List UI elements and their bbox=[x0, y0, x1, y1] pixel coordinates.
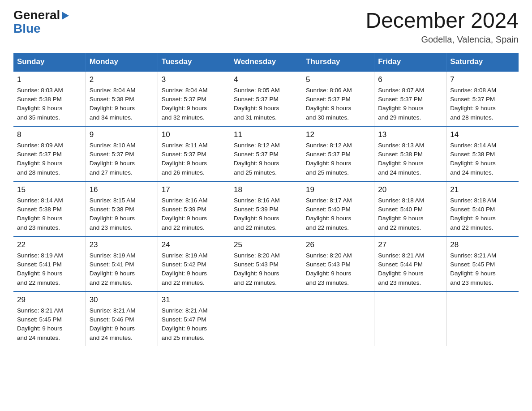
day-number: 17 bbox=[162, 185, 226, 194]
day-cell-9: 9Sunrise: 8:10 AMSunset: 5:37 PMDaylight… bbox=[86, 126, 158, 181]
day-cell-13: 13Sunrise: 8:13 AMSunset: 5:38 PMDayligh… bbox=[374, 126, 446, 181]
day-cell-30: 30Sunrise: 8:21 AMSunset: 5:46 PMDayligh… bbox=[86, 291, 158, 346]
day-cell-12: 12Sunrise: 8:12 AMSunset: 5:37 PMDayligh… bbox=[302, 126, 374, 181]
day-cell-23: 23Sunrise: 8:19 AMSunset: 5:41 PMDayligh… bbox=[86, 236, 158, 291]
day-cell-4: 4Sunrise: 8:05 AMSunset: 5:37 PMDaylight… bbox=[230, 71, 302, 126]
day-number: 5 bbox=[306, 75, 370, 84]
header-sunday: Sunday bbox=[13, 53, 86, 71]
day-cell-31: 31Sunrise: 8:21 AMSunset: 5:47 PMDayligh… bbox=[158, 291, 230, 346]
day-info: Sunrise: 8:12 AMSunset: 5:37 PMDaylight:… bbox=[306, 141, 370, 177]
header-thursday: Thursday bbox=[302, 53, 374, 71]
title-block: December 2024 Godella, Valencia, Spain bbox=[365, 9, 519, 45]
day-cell-21: 21Sunrise: 8:18 AMSunset: 5:40 PMDayligh… bbox=[446, 181, 519, 236]
header-row: SundayMondayTuesdayWednesdayThursdayFrid… bbox=[13, 53, 519, 71]
day-cell-24: 24Sunrise: 8:19 AMSunset: 5:42 PMDayligh… bbox=[158, 236, 230, 291]
day-info: Sunrise: 8:08 AMSunset: 5:37 PMDaylight:… bbox=[450, 86, 515, 122]
day-number: 27 bbox=[378, 240, 442, 249]
empty-cell bbox=[374, 291, 446, 346]
day-cell-22: 22Sunrise: 8:19 AMSunset: 5:41 PMDayligh… bbox=[13, 236, 86, 291]
week-row-5: 29Sunrise: 8:21 AMSunset: 5:45 PMDayligh… bbox=[13, 291, 519, 346]
day-info: Sunrise: 8:04 AMSunset: 5:37 PMDaylight:… bbox=[162, 86, 226, 122]
logo: General Blue bbox=[13, 9, 70, 36]
day-info: Sunrise: 8:04 AMSunset: 5:38 PMDaylight:… bbox=[90, 86, 154, 122]
day-cell-1: 1Sunrise: 8:03 AMSunset: 5:38 PMDaylight… bbox=[13, 71, 86, 126]
day-cell-19: 19Sunrise: 8:17 AMSunset: 5:40 PMDayligh… bbox=[302, 181, 374, 236]
header-monday: Monday bbox=[86, 53, 158, 71]
day-number: 2 bbox=[90, 75, 154, 84]
week-row-3: 15Sunrise: 8:14 AMSunset: 5:38 PMDayligh… bbox=[13, 181, 519, 236]
day-info: Sunrise: 8:21 AMSunset: 5:44 PMDaylight:… bbox=[378, 251, 442, 287]
day-cell-26: 26Sunrise: 8:20 AMSunset: 5:43 PMDayligh… bbox=[302, 236, 374, 291]
day-cell-6: 6Sunrise: 8:07 AMSunset: 5:37 PMDaylight… bbox=[374, 71, 446, 126]
empty-cell bbox=[446, 291, 519, 346]
day-number: 18 bbox=[234, 185, 298, 194]
day-number: 19 bbox=[306, 185, 370, 194]
day-info: Sunrise: 8:19 AMSunset: 5:41 PMDaylight:… bbox=[17, 251, 82, 287]
day-cell-29: 29Sunrise: 8:21 AMSunset: 5:45 PMDayligh… bbox=[13, 291, 86, 346]
day-number: 7 bbox=[450, 75, 515, 84]
day-info: Sunrise: 8:16 AMSunset: 5:39 PMDaylight:… bbox=[162, 196, 226, 232]
day-number: 20 bbox=[378, 185, 442, 194]
day-number: 25 bbox=[234, 240, 298, 249]
day-info: Sunrise: 8:14 AMSunset: 5:38 PMDaylight:… bbox=[450, 141, 515, 177]
day-cell-14: 14Sunrise: 8:14 AMSunset: 5:38 PMDayligh… bbox=[446, 126, 519, 181]
day-number: 14 bbox=[450, 130, 515, 139]
day-info: Sunrise: 8:21 AMSunset: 5:45 PMDaylight:… bbox=[450, 251, 515, 287]
empty-cell bbox=[302, 291, 374, 346]
header-wednesday: Wednesday bbox=[230, 53, 302, 71]
day-info: Sunrise: 8:07 AMSunset: 5:37 PMDaylight:… bbox=[378, 86, 442, 122]
day-number: 15 bbox=[17, 185, 82, 194]
day-number: 28 bbox=[450, 240, 515, 249]
day-number: 11 bbox=[234, 130, 298, 139]
day-cell-8: 8Sunrise: 8:09 AMSunset: 5:37 PMDaylight… bbox=[13, 126, 86, 181]
day-info: Sunrise: 8:16 AMSunset: 5:39 PMDaylight:… bbox=[234, 196, 298, 232]
day-number: 10 bbox=[162, 130, 226, 139]
empty-cell bbox=[230, 291, 302, 346]
day-info: Sunrise: 8:19 AMSunset: 5:41 PMDaylight:… bbox=[90, 251, 154, 287]
day-cell-16: 16Sunrise: 8:15 AMSunset: 5:38 PMDayligh… bbox=[86, 181, 158, 236]
day-info: Sunrise: 8:18 AMSunset: 5:40 PMDaylight:… bbox=[378, 196, 442, 232]
subtitle: Godella, Valencia, Spain bbox=[365, 34, 519, 45]
calendar-table: SundayMondayTuesdayWednesdayThursdayFrid… bbox=[13, 53, 519, 346]
day-number: 31 bbox=[162, 295, 226, 304]
day-info: Sunrise: 8:18 AMSunset: 5:40 PMDaylight:… bbox=[450, 196, 515, 232]
logo-general: General bbox=[13, 9, 60, 21]
day-cell-15: 15Sunrise: 8:14 AMSunset: 5:38 PMDayligh… bbox=[13, 181, 86, 236]
day-cell-11: 11Sunrise: 8:12 AMSunset: 5:37 PMDayligh… bbox=[230, 126, 302, 181]
day-number: 9 bbox=[90, 130, 154, 139]
day-number: 24 bbox=[162, 240, 226, 249]
day-info: Sunrise: 8:21 AMSunset: 5:45 PMDaylight:… bbox=[17, 306, 82, 342]
day-info: Sunrise: 8:15 AMSunset: 5:38 PMDaylight:… bbox=[90, 196, 154, 232]
svg-marker-0 bbox=[62, 12, 69, 20]
day-number: 22 bbox=[17, 240, 82, 249]
calendar-body: 1Sunrise: 8:03 AMSunset: 5:38 PMDaylight… bbox=[13, 71, 519, 346]
week-row-2: 8Sunrise: 8:09 AMSunset: 5:37 PMDaylight… bbox=[13, 126, 519, 181]
day-info: Sunrise: 8:19 AMSunset: 5:42 PMDaylight:… bbox=[162, 251, 226, 287]
day-cell-18: 18Sunrise: 8:16 AMSunset: 5:39 PMDayligh… bbox=[230, 181, 302, 236]
day-info: Sunrise: 8:14 AMSunset: 5:38 PMDaylight:… bbox=[17, 196, 82, 232]
day-number: 30 bbox=[90, 295, 154, 304]
day-info: Sunrise: 8:21 AMSunset: 5:47 PMDaylight:… bbox=[162, 306, 226, 342]
day-cell-5: 5Sunrise: 8:06 AMSunset: 5:37 PMDaylight… bbox=[302, 71, 374, 126]
logo-blue: Blue bbox=[13, 21, 41, 36]
day-info: Sunrise: 8:13 AMSunset: 5:38 PMDaylight:… bbox=[378, 141, 442, 177]
day-cell-17: 17Sunrise: 8:16 AMSunset: 5:39 PMDayligh… bbox=[158, 181, 230, 236]
day-info: Sunrise: 8:05 AMSunset: 5:37 PMDaylight:… bbox=[234, 86, 298, 122]
header-tuesday: Tuesday bbox=[158, 53, 230, 71]
day-info: Sunrise: 8:10 AMSunset: 5:37 PMDaylight:… bbox=[90, 141, 154, 177]
day-info: Sunrise: 8:20 AMSunset: 5:43 PMDaylight:… bbox=[306, 251, 370, 287]
day-number: 3 bbox=[162, 75, 226, 84]
day-info: Sunrise: 8:09 AMSunset: 5:37 PMDaylight:… bbox=[17, 141, 82, 177]
day-cell-7: 7Sunrise: 8:08 AMSunset: 5:37 PMDaylight… bbox=[446, 71, 519, 126]
day-info: Sunrise: 8:12 AMSunset: 5:37 PMDaylight:… bbox=[234, 141, 298, 177]
week-row-4: 22Sunrise: 8:19 AMSunset: 5:41 PMDayligh… bbox=[13, 236, 519, 291]
day-info: Sunrise: 8:06 AMSunset: 5:37 PMDaylight:… bbox=[306, 86, 370, 122]
day-number: 23 bbox=[90, 240, 154, 249]
day-number: 29 bbox=[17, 295, 82, 304]
day-cell-28: 28Sunrise: 8:21 AMSunset: 5:45 PMDayligh… bbox=[446, 236, 519, 291]
day-number: 13 bbox=[378, 130, 442, 139]
day-info: Sunrise: 8:11 AMSunset: 5:37 PMDaylight:… bbox=[162, 141, 226, 177]
day-cell-10: 10Sunrise: 8:11 AMSunset: 5:37 PMDayligh… bbox=[158, 126, 230, 181]
day-cell-20: 20Sunrise: 8:18 AMSunset: 5:40 PMDayligh… bbox=[374, 181, 446, 236]
day-cell-2: 2Sunrise: 8:04 AMSunset: 5:38 PMDaylight… bbox=[86, 71, 158, 126]
